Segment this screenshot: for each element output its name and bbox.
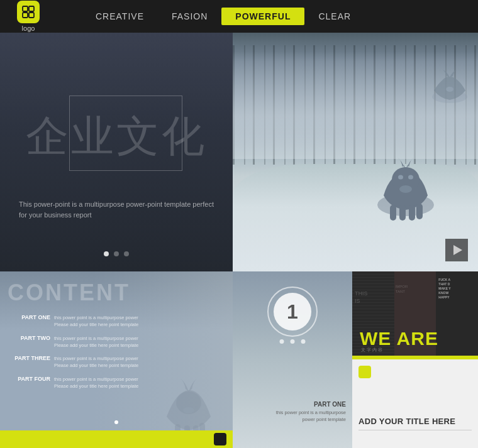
bm-dot-2 xyxy=(291,339,295,344)
svg-rect-10 xyxy=(399,205,406,221)
bottom-row: CONTENT PART ONE this power point is a m… xyxy=(0,271,478,448)
part-one-desc: this power point is a multipurpose power… xyxy=(239,409,346,423)
part-one-info: PART ONE this power point is a multipurp… xyxy=(239,401,346,423)
wolf-scene xyxy=(233,33,478,271)
part-label-1: PART ONE xyxy=(8,314,50,320)
wolf-small xyxy=(428,68,472,106)
slide-desc-line2: for your business report xyxy=(19,210,214,221)
svg-point-7 xyxy=(398,175,403,180)
logo-icon xyxy=(17,1,40,23)
part-item-3: PART THREE this power point is a multipu… xyxy=(8,355,138,369)
slide-left-panel: 企业文化 This power-point is a multipurpose … xyxy=(0,33,233,271)
part-item-4: PART FOUR this power point is a multipur… xyxy=(8,376,138,390)
svg-rect-2 xyxy=(23,13,28,18)
top-navigation: logo CREATIVE FASION POWERFUL CLEAR xyxy=(0,0,478,33)
we-are-section: THISIS IMPORTANT FUCK ATHAT DMAKE YKNOWH… xyxy=(352,271,478,359)
part-desc-1: this power point is a multipurpose power… xyxy=(54,314,138,329)
add-title-line xyxy=(358,430,472,430)
dot-1[interactable] xyxy=(104,251,109,256)
svg-rect-9 xyxy=(390,205,396,221)
we-are-heading: WE ARE xyxy=(360,329,438,348)
part-desc-2: this power point is a multipurpose power… xyxy=(54,335,138,349)
svg-rect-11 xyxy=(409,205,415,221)
collage-img-3: FUCK ATHAT DMAKE YKNOWHAPPY xyxy=(436,271,478,359)
part-list: PART ONE this power point is a multipurp… xyxy=(8,314,138,390)
logo-area: logo xyxy=(0,0,57,36)
part-one-label: PART ONE xyxy=(239,401,346,408)
nav-item-fasion[interactable]: FASION xyxy=(158,8,221,25)
part-desc-4: this power point is a multipurpose power… xyxy=(54,376,138,390)
main-slide: 企业文化 This power-point is a multipurpose … xyxy=(0,33,478,271)
dot-2[interactable] xyxy=(114,251,119,256)
content-heading: CONTENT xyxy=(8,281,138,304)
part-one-dots xyxy=(280,339,306,344)
slide-desc-line1: This power-point is a multipurpose power… xyxy=(19,199,214,210)
part-item-2: PART TWO this power point is a multipurp… xyxy=(8,335,138,349)
logo-label: logo xyxy=(22,25,35,32)
content-panel: CONTENT PART ONE this power point is a m… xyxy=(0,271,233,448)
content-bottom-bar xyxy=(0,430,233,448)
slide-right-panel xyxy=(233,33,478,271)
slide-rectangle xyxy=(69,96,182,171)
svg-point-17 xyxy=(183,407,194,413)
number-circle-outer: 1 xyxy=(267,287,318,337)
part-one-panel: 1 PART ONE this power point is a multipu… xyxy=(233,271,352,448)
svg-point-6 xyxy=(399,185,412,193)
play-button[interactable] xyxy=(445,239,468,261)
bottom-right-wrapper: THISIS IMPORTANT FUCK ATHAT DMAKE YKNOWH… xyxy=(352,271,478,448)
nav-item-powerful[interactable]: POWERFUL xyxy=(221,8,304,25)
part-item-1: PART ONE this power point is a multipurp… xyxy=(8,314,138,329)
svg-rect-3 xyxy=(29,13,34,18)
svg-point-15 xyxy=(446,87,453,92)
snow-ground xyxy=(233,164,478,271)
nav-item-creative[interactable]: CREATIVE xyxy=(82,8,158,25)
part-label-2: PART TWO xyxy=(8,335,50,341)
part-label-4: PART FOUR xyxy=(8,376,50,382)
nav-item-clear[interactable]: CLEAR xyxy=(304,8,365,25)
wolf-main xyxy=(371,148,440,224)
content-text: CONTENT PART ONE this power point is a m… xyxy=(8,281,138,396)
we-are-sub: 文字内容 xyxy=(361,347,384,353)
part-number: 1 xyxy=(287,300,298,324)
nav-menu: CREATIVE FASION POWERFUL CLEAR xyxy=(82,8,365,25)
slide-dots xyxy=(0,251,233,256)
svg-rect-0 xyxy=(23,6,28,11)
number-circle-inner: 1 xyxy=(274,293,311,331)
svg-point-8 xyxy=(408,175,413,180)
slide-description: This power-point is a multipurpose power… xyxy=(19,199,214,221)
bm-dot-1 xyxy=(280,339,284,344)
content-logo-small xyxy=(214,433,226,445)
dot-3[interactable] xyxy=(124,251,129,256)
part-desc-3: this power point is a multipurpose power… xyxy=(54,355,138,369)
part-label-3: PART THREE xyxy=(8,355,50,361)
add-title-section: ADD YOUR TITLE HERE xyxy=(352,359,478,448)
col3-text: FUCK ATHAT DMAKE YKNOWHAPPY xyxy=(438,278,450,300)
svg-rect-12 xyxy=(416,204,423,219)
content-indicator-dot xyxy=(114,420,118,424)
add-title-logo xyxy=(358,366,371,378)
add-title-heading: ADD YOUR TITLE HERE xyxy=(358,417,472,426)
svg-rect-1 xyxy=(29,6,34,11)
bm-dot-3 xyxy=(301,339,306,344)
